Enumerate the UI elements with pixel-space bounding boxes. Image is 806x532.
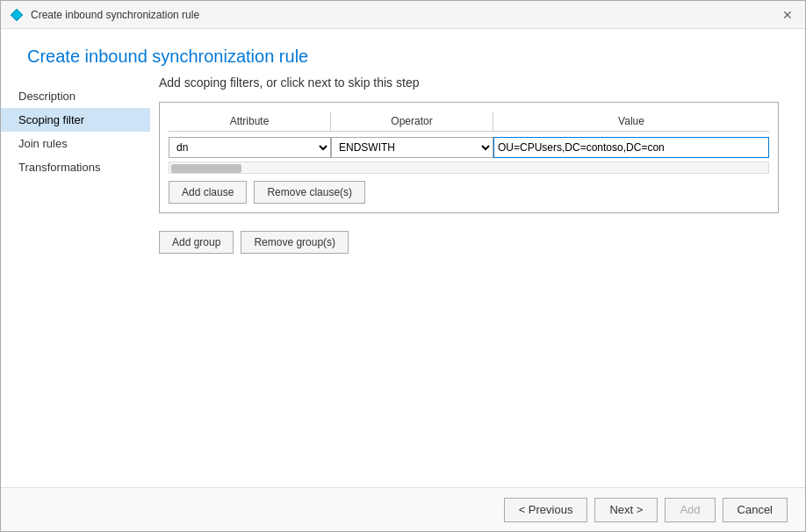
window-title: Create inbound synchronization rule <box>31 9 199 21</box>
title-bar: Create inbound synchronization rule ✕ <box>1 1 805 29</box>
app-icon <box>10 8 24 22</box>
value-input[interactable] <box>493 137 769 158</box>
filter-row: dn ENDSWITH <box>169 137 769 158</box>
sidebar-item-description[interactable]: Description <box>1 84 150 108</box>
add-button[interactable]: Add <box>665 498 715 522</box>
attribute-select[interactable]: dn <box>169 137 331 158</box>
main-window: Create inbound synchronization rule ✕ Cr… <box>0 0 806 532</box>
remove-clause-button[interactable]: Remove clause(s) <box>254 181 365 204</box>
sidebar-item-join-rules[interactable]: Join rules <box>1 132 150 155</box>
horizontal-scrollbar[interactable] <box>169 162 769 174</box>
sidebar-item-scoping-filter[interactable]: Scoping filter <box>1 108 150 132</box>
clause-buttons: Add clause Remove clause(s) <box>169 181 769 204</box>
operator-select[interactable]: ENDSWITH <box>331 137 493 158</box>
sidebar: Description Scoping filter Join rules Tr… <box>1 75 150 487</box>
add-clause-button[interactable]: Add clause <box>169 181 247 204</box>
scrollbar-thumb <box>171 164 241 173</box>
col-header-value: Value <box>493 111 769 131</box>
group-buttons: Add group Remove group(s) <box>159 231 779 254</box>
previous-button[interactable]: < Previous <box>504 498 588 522</box>
content-area: Create inbound synchronization rule Desc… <box>1 29 805 531</box>
remove-group-button[interactable]: Remove group(s) <box>241 231 349 254</box>
next-button[interactable]: Next > <box>594 498 658 522</box>
filter-box: Attribute Operator Value dn ENDSWITH <box>159 102 779 213</box>
cancel-button[interactable]: Cancel <box>723 498 788 522</box>
main-body: Description Scoping filter Join rules Tr… <box>1 75 805 487</box>
add-group-button[interactable]: Add group <box>159 231 234 254</box>
col-header-attribute: Attribute <box>169 111 331 131</box>
col-header-operator: Operator <box>331 111 493 131</box>
section-subtitle: Add scoping filters, or click next to sk… <box>159 75 779 90</box>
filter-table-header: Attribute Operator Value <box>169 111 769 132</box>
close-button[interactable]: ✕ <box>779 6 796 24</box>
sidebar-item-transformations[interactable]: Transformations <box>1 155 150 179</box>
page-title: Create inbound synchronization rule <box>1 29 805 75</box>
title-bar-left: Create inbound synchronization rule <box>10 8 199 22</box>
right-panel: Add scoping filters, or click next to sk… <box>150 75 805 487</box>
footer: < Previous Next > Add Cancel <box>1 487 805 531</box>
